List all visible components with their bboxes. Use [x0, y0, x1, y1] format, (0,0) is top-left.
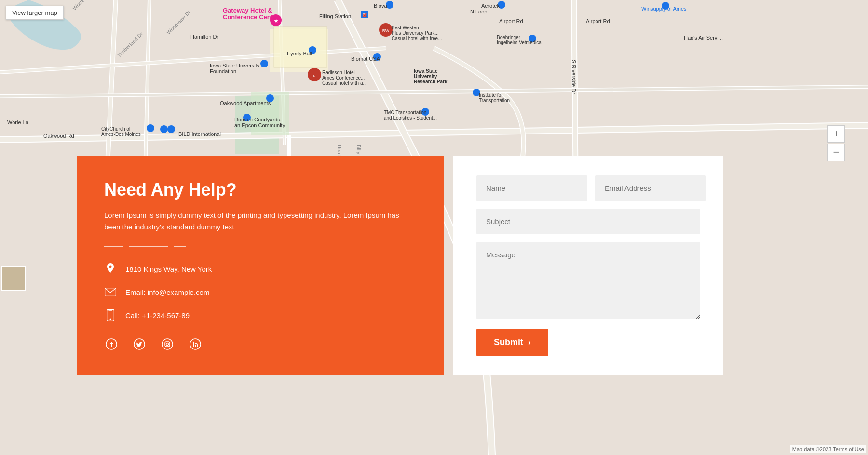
address-icon	[104, 263, 117, 275]
submit-arrow: ›	[528, 337, 531, 348]
form-row-subject	[476, 209, 700, 234]
phone-text: Call: +1-234-567-89	[125, 311, 190, 320]
phone-icon	[104, 309, 117, 321]
address-item: 1810 Kings Way, New York	[104, 263, 417, 275]
social-icons	[104, 337, 417, 351]
svg-point-35	[529, 35, 536, 42]
view-larger-map-button[interactable]: View larger map	[6, 6, 64, 20]
linkedin-icon[interactable]	[188, 337, 203, 351]
email-text: Email: info@example.com	[125, 288, 209, 296]
form-panel: Submit ›	[453, 156, 723, 375]
form-row-name-email	[476, 175, 700, 201]
svg-rect-19	[274, 27, 327, 67]
facebook-icon[interactable]	[104, 337, 119, 351]
submit-label: Submit	[494, 337, 523, 348]
email-item: Email: info@example.com	[104, 286, 417, 298]
svg-point-32	[243, 114, 251, 121]
svg-text:⛽: ⛽	[362, 12, 368, 18]
svg-point-31	[266, 94, 274, 102]
form-row-message	[476, 242, 700, 319]
svg-point-28	[260, 60, 268, 67]
email-input[interactable]	[595, 175, 706, 201]
svg-point-56	[169, 342, 170, 343]
address-text: 1810 Kings Way, New York	[125, 265, 212, 273]
divider-decoration	[104, 246, 417, 247]
phone-item: Call: +1-234-567-89	[104, 309, 417, 321]
svg-point-41	[147, 124, 154, 132]
panel-title: Need Any Help?	[104, 179, 417, 200]
svg-text:R: R	[313, 74, 315, 78]
svg-point-29	[309, 46, 316, 54]
submit-button[interactable]: Submit ›	[476, 329, 548, 356]
zoom-in-button[interactable]: +	[827, 125, 845, 143]
twitter-icon[interactable]	[132, 337, 147, 351]
svg-text:BW: BW	[382, 28, 390, 33]
svg-point-59	[193, 342, 194, 343]
svg-text:★: ★	[274, 18, 279, 24]
info-panel: Need Any Help? Lorem Ipsum is simply dum…	[77, 156, 444, 375]
svg-rect-58	[193, 343, 194, 347]
overlay-container: Need Any Help? Lorem Ipsum is simply dum…	[0, 156, 868, 455]
svg-point-34	[473, 89, 480, 96]
subject-input[interactable]	[476, 209, 700, 234]
svg-point-38	[498, 1, 505, 9]
message-textarea[interactable]	[476, 242, 700, 319]
svg-point-53	[162, 339, 173, 349]
name-input[interactable]	[476, 175, 587, 201]
svg-point-36	[386, 1, 393, 9]
svg-point-30	[373, 53, 381, 61]
email-icon	[104, 286, 117, 298]
svg-point-39	[167, 125, 175, 133]
svg-point-37	[662, 2, 669, 10]
instagram-icon[interactable]	[160, 337, 175, 351]
map-zoom-controls: + −	[827, 125, 845, 161]
svg-point-40	[160, 125, 168, 133]
svg-point-55	[166, 343, 169, 346]
contact-form: Submit ›	[476, 175, 700, 356]
svg-point-33	[421, 108, 429, 116]
panel-description: Lorem Ipsum is simply dummy text of the …	[104, 210, 417, 233]
svg-point-49	[110, 319, 111, 320]
